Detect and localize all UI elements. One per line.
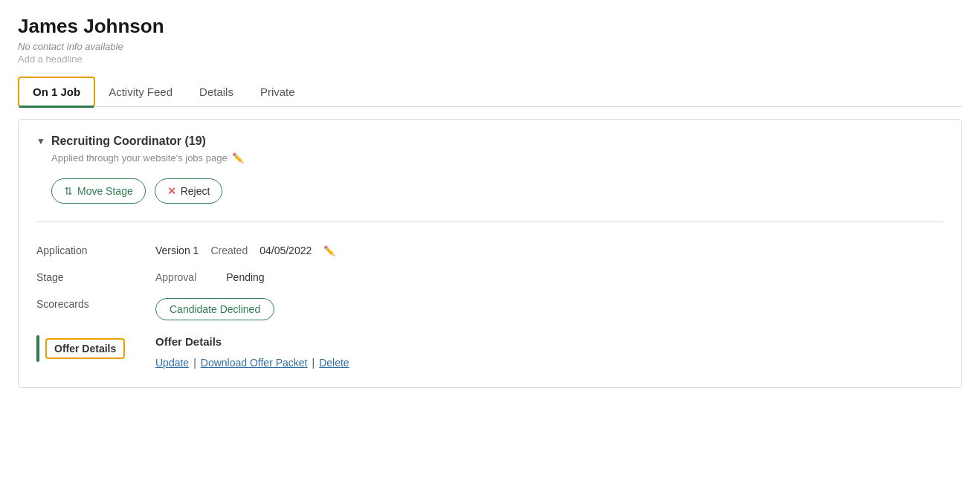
move-stage-button[interactable]: ⇅ Move Stage — [51, 178, 146, 204]
edit-icon[interactable]: ✏️ — [232, 152, 244, 164]
candidate-declined-badge: Candidate Declined — [155, 298, 274, 320]
date-edit-icon[interactable]: ✏️ — [323, 245, 335, 256]
sep-1: | — [193, 357, 196, 369]
reject-icon: ✕ — [167, 185, 176, 197]
tab-activity-feed[interactable]: Activity Feed — [95, 77, 186, 106]
candidate-header: James Johnson No contact info available … — [18, 15, 962, 65]
add-headline[interactable]: Add a headline — [18, 54, 962, 65]
job-title: Recruiting Coordinator (19) — [51, 135, 206, 148]
stage-label: Stage — [36, 264, 155, 291]
scorecards-value: Candidate Declined — [155, 291, 944, 328]
job-header: ▼ Recruiting Coordinator (19) — [36, 135, 944, 148]
scorecards-label: Scorecards — [36, 291, 155, 328]
candidate-name: James Johnson — [18, 15, 962, 38]
offer-links: Update | Download Offer Packet | Delete — [155, 357, 349, 369]
collapse-icon[interactable]: ▼ — [36, 136, 45, 146]
tabs-bar: On 1 Job Activity Feed Details Private — [18, 77, 962, 107]
no-contact-info: No contact info available — [18, 41, 962, 52]
offer-details-label-row: Offer Details — [36, 328, 155, 369]
move-stage-label: Move Stage — [77, 185, 133, 197]
delete-link[interactable]: Delete — [319, 357, 349, 369]
version-label: Version 1 — [155, 245, 199, 256]
offer-details-title: Offer Details — [155, 335, 222, 348]
application-label: Application — [36, 237, 155, 264]
offer-details-value: Offer Details Update | Download Offer Pa… — [155, 328, 944, 369]
tab-private[interactable]: Private — [247, 77, 309, 106]
applied-through-text: Applied through your website's jobs page — [51, 152, 228, 164]
reject-button[interactable]: ✕ Reject — [155, 178, 223, 204]
action-buttons: ⇅ Move Stage ✕ Reject — [51, 178, 944, 204]
offer-details-label[interactable]: Offer Details — [45, 338, 125, 359]
offer-bar-indicator — [36, 335, 39, 362]
divider — [36, 221, 944, 222]
update-link[interactable]: Update — [155, 357, 189, 369]
created-date: 04/05/2022 — [259, 245, 312, 256]
pending-label: Pending — [226, 271, 264, 283]
job-panel: ▼ Recruiting Coordinator (19) Applied th… — [18, 119, 962, 388]
applied-through: Applied through your website's jobs page… — [51, 152, 944, 164]
sep-2: | — [312, 357, 315, 369]
created-label: Created — [210, 245, 248, 256]
tab-on-job[interactable]: On 1 Job — [18, 77, 95, 107]
download-link[interactable]: Download Offer Packet — [201, 357, 308, 369]
move-stage-icon: ⇅ — [64, 185, 73, 197]
application-value: Version 1 Created 04/05/2022 ✏️ — [155, 237, 944, 264]
info-grid: Application Version 1 Created 04/05/2022… — [36, 237, 944, 369]
approval-label: Approval — [155, 271, 196, 283]
tab-details[interactable]: Details — [186, 77, 247, 106]
stage-value: Approval Pending — [155, 264, 944, 291]
reject-label: Reject — [181, 185, 210, 197]
